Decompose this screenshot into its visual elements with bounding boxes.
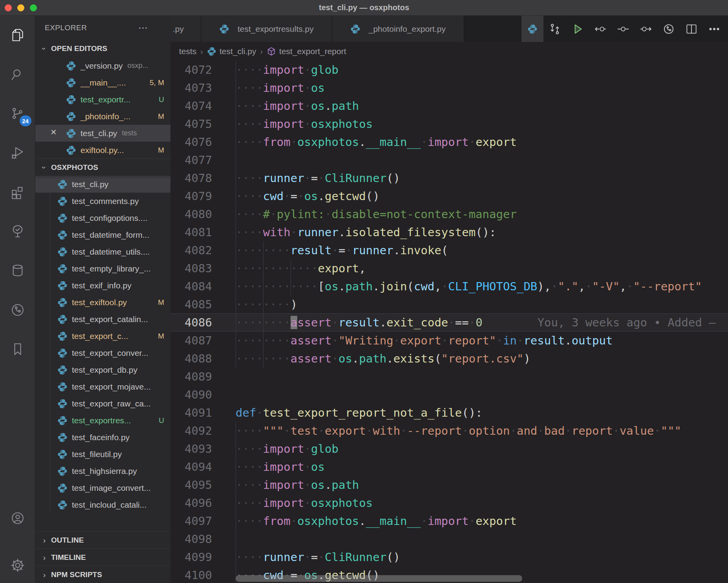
activity-extensions[interactable] [0,173,35,212]
code-line[interactable]: 4096····import·osxphotos [170,494,728,512]
file-tree-item[interactable]: test_datetime_form... [35,226,170,243]
activity-account[interactable] [0,499,35,538]
open-editor-item[interactable]: _photoinfo_...M [35,108,170,125]
code-line[interactable]: 4088········assert·os.path.exists("repor… [170,350,728,368]
file-tree-item[interactable]: test_export_db.py [35,361,170,378]
file-tree-item[interactable]: test_comments.py [35,193,170,210]
file-tree-item[interactable]: test_highsierra.py [35,463,170,479]
file-tree-item[interactable]: test_incloud_catali... [35,496,170,513]
code-line[interactable]: 4083············export, [170,259,728,277]
more-actions-icon[interactable] [707,22,722,36]
code-line[interactable]: 4076····from·osxphotos.__main__·import·e… [170,133,728,151]
code-line[interactable]: 4072····import·glob [170,61,728,79]
git-graph-icon[interactable] [661,22,676,36]
indent-whitespace: ···· [236,63,263,77]
explorer-more-actions-icon[interactable]: ⋯ [138,26,148,30]
code-line[interactable]: 4086········assert·result.exit_code·==·0… [170,313,728,332]
activity-database[interactable] [0,251,35,290]
maximize-window-button[interactable] [30,4,37,11]
indent-whitespace: ···· [236,171,263,185]
code-line[interactable]: 4099····runner·=·CliRunner() [170,548,728,566]
sidebar-section-timeline[interactable]: ›TIMELINE [35,548,170,566]
code-line[interactable]: 4095····import·os.path [170,476,728,494]
project-section-header[interactable]: › OSXPHOTOS [35,159,170,176]
activity-git-graph[interactable] [0,290,35,330]
code-area[interactable]: 4072····import·glob4073····import·os4074… [170,61,728,583]
whitespace-dot: · [613,424,619,437]
breadcrumb-item[interactable]: tests [179,47,196,56]
code-line[interactable]: 4089 [170,368,728,386]
file-tree-item[interactable]: test_export_catalin... [35,311,170,328]
open-editor-item[interactable]: ✕test_cli.pytests [35,125,170,142]
step-back-icon[interactable] [593,22,608,36]
open-editor-item[interactable]: _version.pyosxp... [35,57,170,74]
file-tree-item[interactable]: test_export_raw_ca... [35,395,170,412]
code-line[interactable]: 4098 [170,530,728,548]
token: runner [263,550,304,564]
tab-python-icon[interactable] [521,16,543,42]
code-line[interactable]: 4097····from·osxphotos.__main__·import·e… [170,512,728,530]
code-line[interactable]: 4094····import·os [170,458,728,476]
code-line[interactable]: 4078····runner·=·CliRunner() [170,169,728,187]
tab-partial[interactable]: .py [170,16,201,42]
file-tree-item[interactable]: test_fileutil.py [35,446,170,463]
code-line[interactable]: 4093····import·glob [170,440,728,458]
code-line[interactable]: 4092····"""·test·export·with·--report·op… [170,422,728,440]
code-line[interactable]: 4082········result·=·runner.invoke( [170,241,728,259]
code-line[interactable]: 4080····#·pylint:·disable=not-context-ma… [170,205,728,223]
close-icon[interactable]: ✕ [50,128,57,137]
indent-whitespace: ···· [236,226,263,239]
line-number: 4073 [170,79,236,97]
file-tree-item[interactable]: test_export_mojave... [35,378,170,395]
file-tree-item[interactable]: test_faceinfo.py [35,429,170,446]
open-changes-icon[interactable] [547,22,562,36]
file-tree-item[interactable]: test_exportres...U [35,412,170,429]
file-tree-item[interactable]: test_image_convert... [35,479,170,496]
code-line[interactable]: 4079····cwd·=·os.getcwd() [170,187,728,205]
step-forward-icon[interactable] [638,22,653,36]
activity-explorer[interactable] [0,16,35,55]
editor-tab[interactable]: test_exportresults.py [201,16,332,42]
breadcrumb-item[interactable]: test_cli.py [207,47,256,56]
file-tree-item[interactable]: test_datetime_utils.... [35,243,170,260]
sidebar-section-npm-scripts[interactable]: ›NPM SCRIPTS [35,566,170,583]
activity-source-control[interactable]: 24 [0,94,35,133]
code-line[interactable]: 4084············[os.path.join(cwd,·CLI_P… [170,277,728,295]
open-editor-item[interactable]: __main__....5, M [35,74,170,91]
file-tree-item[interactable]: test_exiftool.pyM [35,294,170,311]
code-line[interactable]: 4085········) [170,295,728,313]
breadcrumb-item[interactable]: test_export_report [267,47,346,56]
open-editors-section-header[interactable]: › OPEN EDITORS [35,40,170,57]
open-editor-item[interactable]: exiftool.py...M [35,142,170,159]
close-window-button[interactable] [5,4,12,11]
code-line[interactable]: 4091def·test_export_report_not_a_file(): [170,404,728,422]
code-line[interactable]: 4081····with·runner.isolated_filesystem(… [170,223,728,241]
open-editor-item[interactable]: test_exportr...U [35,91,170,108]
python-file-icon [57,331,68,341]
horizontal-scrollbar[interactable] [236,575,522,582]
code-line[interactable]: 4090 [170,386,728,404]
file-tree-item[interactable]: test_export_conver... [35,344,170,361]
activity-bookmarks[interactable] [0,330,35,369]
code-line[interactable]: 4074····import·os.path [170,97,728,115]
activity-settings[interactable] [0,548,35,583]
activity-test-tree[interactable] [0,212,35,251]
file-tree-item[interactable]: test_configoptions.... [35,210,170,226]
split-editor-icon[interactable] [684,22,699,36]
sidebar-section-outline[interactable]: ›OUTLINE [35,531,170,548]
activity-search[interactable] [0,55,35,94]
code-line[interactable]: 4087········assert·"Writing·export·repor… [170,332,728,350]
code-line[interactable]: 4073····import·os [170,79,728,97]
current-change-icon[interactable] [616,22,631,36]
file-tree-item[interactable]: test_export_c...M [35,328,170,344]
code-line[interactable]: 4075····import·osxphotos [170,115,728,133]
code-line[interactable]: 4077 [170,151,728,169]
minimize-window-button[interactable] [17,4,24,11]
file-tree-item[interactable]: test_empty_library_... [35,260,170,277]
file-tree-item[interactable]: test_exif_info.py [35,277,170,294]
activity-run-debug[interactable] [0,133,35,173]
editor-tab[interactable]: _photoinfo_export.py [332,16,464,42]
file-tree-item[interactable]: test_cli.py [35,176,170,193]
python-file-icon [57,230,68,240]
run-python-file-icon[interactable] [570,22,585,36]
